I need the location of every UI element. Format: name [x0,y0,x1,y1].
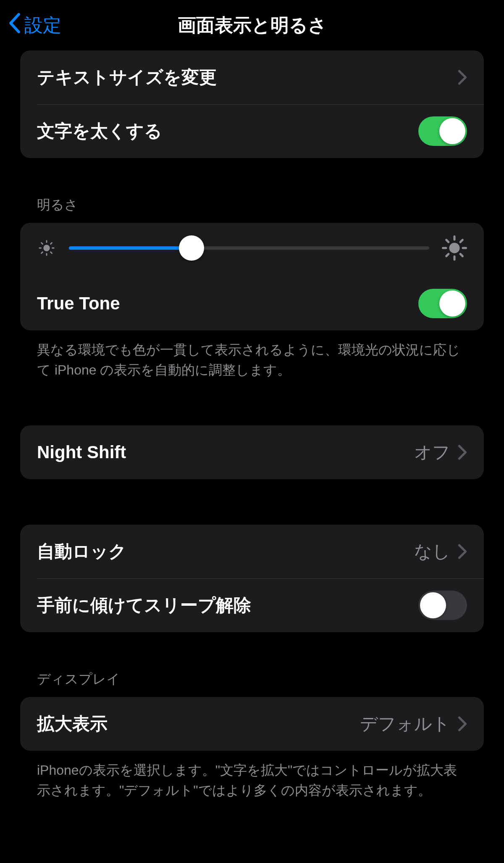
group-night-shift: Night Shift オフ [20,425,484,479]
raise-to-wake-label: 手前に傾けてスリープ解除 [37,594,251,617]
bold-text-toggle[interactable] [418,116,467,146]
row-true-tone: True Tone [20,277,484,330]
row-brightness-slider [20,223,484,277]
section-header-brightness: 明るさ [20,196,484,214]
svg-line-14 [446,240,449,242]
section-header-display: ディスプレイ [20,670,484,689]
row-text-size[interactable]: テキストサイズを変更 [20,50,484,104]
brightness-low-icon [37,238,56,258]
auto-lock-value: なし [414,540,450,563]
group-brightness: True Tone [20,223,484,330]
row-raise-to-wake: 手前に傾けてスリープ解除 [20,578,484,632]
svg-point-9 [449,243,460,253]
svg-line-7 [42,252,43,253]
svg-line-17 [460,240,462,242]
text-size-label: テキストサイズを変更 [37,66,217,89]
svg-point-0 [43,245,50,251]
svg-line-15 [460,254,462,256]
night-shift-value: オフ [414,441,450,464]
display-zoom-label: 拡大表示 [37,712,108,736]
row-auto-lock[interactable]: 自動ロック なし [20,525,484,578]
group-text: テキストサイズを変更 文字を太くする [20,50,484,158]
display-zoom-description: iPhoneの表示を選択します。"文字を拡大"ではコントロールが拡大表示されます… [20,751,484,800]
slider-fill [69,246,192,250]
navigation-bar: 設定 画面表示と明るさ [0,0,504,50]
chevron-right-icon [458,70,467,85]
auto-lock-label: 自動ロック [37,540,126,563]
night-shift-label: Night Shift [37,442,126,462]
svg-line-5 [42,243,43,244]
chevron-right-icon [458,445,467,460]
row-night-shift[interactable]: Night Shift オフ [20,425,484,479]
row-bold-text: 文字を太くする [20,104,484,158]
row-display-zoom[interactable]: 拡大表示 デフォルト [20,697,484,751]
slider-thumb[interactable] [179,235,204,261]
raise-to-wake-toggle[interactable] [418,591,467,620]
true-tone-label: True Tone [37,293,120,314]
display-zoom-value: デフォルト [360,712,450,736]
svg-line-6 [51,252,52,253]
back-label: 設定 [24,13,61,38]
svg-line-16 [446,254,449,256]
group-auto-lock: 自動ロック なし 手前に傾けてスリープ解除 [20,525,484,632]
chevron-right-icon [458,544,467,559]
svg-line-8 [51,243,52,244]
group-display-zoom: 拡大表示 デフォルト [20,697,484,751]
brightness-slider[interactable] [69,246,429,250]
chevron-right-icon [458,716,467,731]
back-button[interactable]: 設定 [8,13,61,38]
page-title: 画面表示と明るさ [178,13,327,38]
chevron-left-icon [8,13,24,37]
true-tone-toggle[interactable] [418,289,467,318]
brightness-high-icon [442,235,467,261]
bold-text-label: 文字を太くする [37,119,162,143]
true-tone-description: 異なる環境でも色が一貫して表示されるように、環境光の状況に応じて iPhone … [20,330,484,380]
